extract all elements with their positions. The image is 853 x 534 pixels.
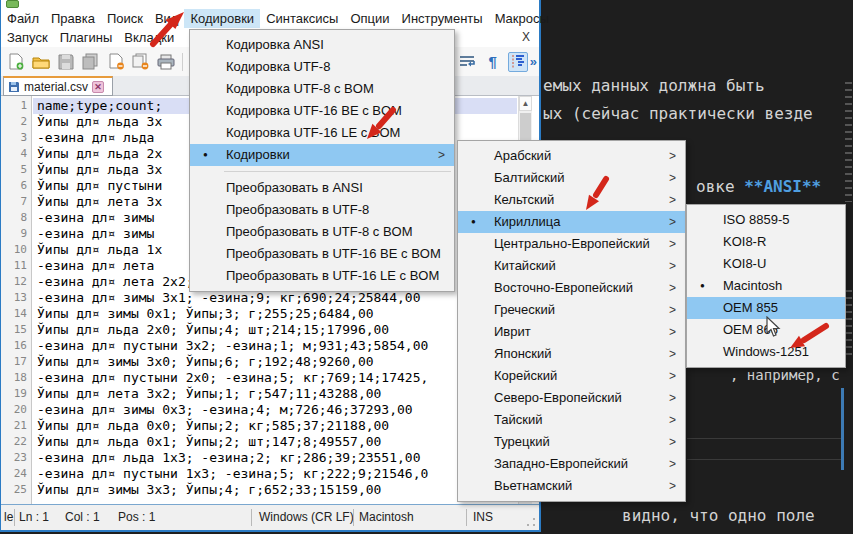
menu-item[interactable]: ● Кодировки >	[190, 144, 454, 166]
open-folder-icon[interactable]	[31, 52, 51, 72]
menu-item[interactable]: Восточно-Европейский >	[458, 277, 685, 299]
save-icon[interactable]	[56, 52, 76, 72]
radio-bullet-icon: ●	[471, 211, 476, 233]
line-number: 15	[1, 322, 27, 338]
menu-item[interactable]: ● Кириллица >	[458, 211, 685, 233]
line-number: 11	[1, 258, 27, 274]
menu-item[interactable]: Китайский >	[458, 255, 685, 277]
line-number: 6	[1, 178, 27, 194]
menu-item-label: Кириллица	[494, 214, 560, 229]
menu-item[interactable]: Иврит >	[458, 321, 685, 343]
line-number: 19	[1, 386, 27, 402]
menu-item[interactable]: Windows-1251	[687, 341, 845, 363]
menu-item[interactable]: KOI8-U	[687, 253, 845, 275]
menubar-item[interactable]: Правка	[45, 9, 101, 28]
line-number: 3	[1, 130, 27, 146]
line-text: Ўипы дл¤ зимы 3х3; Ўипы;4; г;652;33;1515…	[37, 482, 381, 498]
menu-item[interactable]: Преобразовать в ANSI	[190, 177, 454, 199]
menu-item[interactable]: Кодировка ANSI	[190, 34, 454, 56]
indent-guide-icon[interactable]	[508, 52, 528, 72]
new-file-icon[interactable]	[6, 52, 26, 72]
screen: емых данных должна быть ых (сейчас практ…	[0, 0, 853, 534]
line-text: -езина дл¤ пустыни 1х3; -езина;5; кг;222…	[37, 466, 428, 482]
show-all-characters-icon[interactable]: ¶	[483, 52, 503, 72]
menu-item[interactable]: Преобразовать в UTF-8	[190, 199, 454, 221]
menu-item[interactable]: Преобразовать в UTF-16 LE с BOM	[190, 265, 454, 287]
menubar-item[interactable]: Инструменты	[396, 9, 489, 28]
submenu-arrow-icon: >	[669, 145, 676, 167]
close-doc-icon[interactable]	[106, 52, 126, 72]
tab-material-csv[interactable]: material.csv ✕	[3, 76, 113, 96]
menu-item[interactable]: Кодировка UTF-8 с BOM	[190, 78, 454, 100]
radio-bullet-icon: ●	[700, 275, 705, 297]
menubar-item[interactable]: Плагины	[54, 28, 119, 47]
menu-item[interactable]: Корейский >	[458, 365, 685, 387]
divider	[687, 459, 845, 460]
line-text: Ўипы дл¤ льда 3х	[37, 114, 162, 130]
close-tab-icon[interactable]: ✕	[92, 81, 104, 93]
menu-item[interactable]: Греческий >	[458, 299, 685, 321]
close-all-icon[interactable]	[131, 52, 151, 72]
submenu-arrow-icon: >	[669, 233, 676, 255]
menu-item-label: Корейский	[494, 368, 557, 383]
menu-item[interactable]: Турецкий >	[458, 431, 685, 453]
save-all-icon[interactable]	[81, 52, 101, 72]
menubar-item[interactable]: Кодировки	[184, 9, 260, 28]
status-insert-mode[interactable]: INS	[473, 510, 493, 524]
menu-item-label: Преобразовать в UTF-8	[226, 202, 369, 217]
menu-item[interactable]: Арабский >	[458, 145, 685, 167]
menubar-item[interactable]: Запуск	[1, 28, 54, 47]
scrollbar-up-arrow[interactable]: ▲	[519, 96, 532, 111]
status-bar: le Ln : 1 Col : 1 Pos : 1 Windows (CR LF…	[1, 504, 539, 530]
app-icon	[6, 0, 19, 8]
menu-item-label: Преобразовать в UTF-8 с BOM	[226, 224, 413, 239]
menubar-item[interactable]: Вкладки	[118, 28, 180, 47]
character-sets-submenu: Арабский > Балтийский > Кельтский > ● Ки…	[457, 140, 686, 502]
menu-item-label: Центрально-Европейский	[494, 236, 650, 251]
menu-item[interactable]: Центрально-Европейский >	[458, 233, 685, 255]
menu-item[interactable]: OEM 855	[687, 297, 845, 319]
menu-item-label: Тайский	[494, 412, 543, 427]
saved-file-icon	[8, 81, 20, 93]
menu-item[interactable]: ● Macintosh	[687, 275, 845, 297]
submenu-arrow-icon: >	[438, 144, 445, 166]
resize-grip[interactable]	[526, 517, 536, 527]
menu-item[interactable]: Преобразовать в UTF-8 с BOM	[190, 221, 454, 243]
menu-item[interactable]: Балтийский >	[458, 167, 685, 189]
word-wrap-icon[interactable]	[458, 52, 478, 72]
menubar-item[interactable]: Макросы	[489, 9, 555, 28]
status-encoding[interactable]: Macintosh	[359, 510, 414, 524]
menubar-item[interactable]: Файл	[1, 9, 45, 28]
menubar-item[interactable]: Опции	[344, 9, 395, 28]
menu-item[interactable]: Преобразовать в UTF-16 BE с BOM	[190, 243, 454, 265]
menubar-item[interactable]: Вид	[149, 9, 185, 28]
line-text: -езина дл¤ льда 1х3; -езина;2; кг;286;39…	[37, 450, 421, 466]
menu-item[interactable]: KOI8-R	[687, 231, 845, 253]
more-buttons-icon[interactable]: »	[528, 54, 539, 69]
menubar-item[interactable]: Поиск	[101, 9, 149, 28]
menu-item[interactable]: Японский >	[458, 343, 685, 365]
divider	[687, 438, 845, 439]
statusbar-separator	[251, 509, 252, 526]
menu-item[interactable]: Тайский >	[458, 409, 685, 431]
print-icon[interactable]	[156, 52, 176, 72]
menu-item[interactable]: Кодировка UTF-8	[190, 56, 454, 78]
menubar-close-button[interactable]: X	[519, 30, 533, 44]
menu-item[interactable]: Вьетнамский >	[458, 475, 685, 497]
line-text: -езина дл¤ зимы	[37, 210, 154, 226]
menu-item[interactable]: Западно-Европейский >	[458, 453, 685, 475]
menu-item[interactable]: Кодировка UTF-16 LE с BOM	[190, 122, 454, 144]
menu-item-label: Вьетнамский	[494, 478, 572, 493]
menu-item[interactable]: Кодировка UTF-16 BE с BOM	[190, 100, 454, 122]
menu-item[interactable]: OEM 866	[687, 319, 845, 341]
menu-item-label: Кодировка ANSI	[226, 37, 324, 52]
menu-item-label: Преобразовать в UTF-16 LE с BOM	[226, 268, 439, 283]
statusbar-separator	[14, 509, 15, 526]
menu-item[interactable]: ISO 8859-5	[687, 209, 845, 231]
menubar-item[interactable]: Синтаксисы	[260, 9, 344, 28]
menu-item[interactable]: Кельтский >	[458, 189, 685, 211]
status-eol-format[interactable]: Windows (CR LF)	[259, 510, 354, 524]
menu-item-label: Балтийский	[494, 170, 565, 185]
menu-item[interactable]: Северо-Европейский >	[458, 387, 685, 409]
line-number: 1	[1, 98, 27, 114]
